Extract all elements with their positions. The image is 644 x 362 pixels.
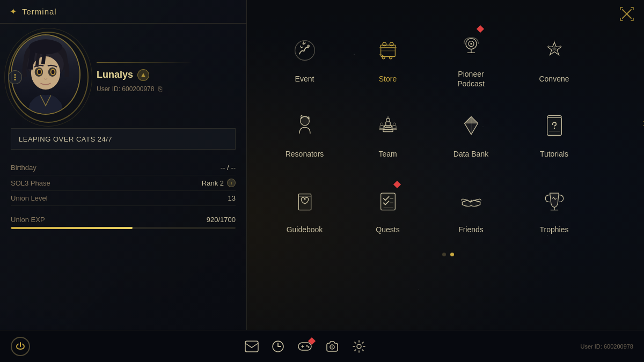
clock-button[interactable] [272, 340, 284, 353]
right-panel: Event Store [247, 0, 644, 330]
menu-item-pioneer-podcast[interactable]: PioneerPodcast [429, 21, 513, 97]
menu-item-data-bank[interactable]: Data Bank [429, 97, 513, 172]
pioneer-podcast-icon [455, 29, 487, 62]
power-button[interactable] [11, 337, 30, 356]
svg-rect-65 [298, 343, 311, 350]
exp-value: 920/1700 [207, 216, 236, 224]
user-info: Lunalys User ID: 600200978 ⎘ [97, 62, 236, 93]
menu-grid: Event Store [263, 21, 596, 247]
svg-marker-21 [141, 73, 145, 77]
guidebook-label: Guidebook [287, 225, 323, 234]
close-button[interactable] [619, 6, 634, 25]
team-label: Team [378, 149, 397, 159]
guidebook-icon [289, 185, 321, 217]
menu-item-store[interactable]: Store [346, 21, 429, 97]
union-level-value: 13 [228, 194, 236, 202]
svg-point-69 [308, 346, 309, 348]
quests-icon [372, 185, 404, 217]
birthday-label: Birthday [11, 164, 36, 172]
quests-notification [393, 181, 400, 188]
menu-item-convene[interactable]: Convene [513, 21, 596, 97]
svg-rect-52 [298, 194, 311, 210]
resonators-icon [289, 109, 321, 142]
avatar-container [11, 34, 86, 120]
menu-item-event[interactable]: Event [263, 21, 346, 97]
settings-button[interactable] [352, 339, 366, 353]
menu-item-friends[interactable]: Friends [429, 172, 513, 247]
guild-section: LEAPING OVER CATS 24/7 [11, 128, 236, 150]
page-dot-1[interactable] [442, 253, 446, 256]
convene-label: Convene [539, 74, 569, 84]
svg-point-42 [393, 123, 396, 125]
pagination [263, 253, 633, 256]
svg-rect-24 [380, 48, 395, 57]
svg-point-32 [470, 43, 472, 45]
bottom-icons [245, 339, 366, 353]
svg-point-18 [14, 74, 16, 76]
user-id-label: User ID: 600200978 [97, 85, 154, 93]
mail-button[interactable] [245, 341, 259, 352]
data-bank-icon [455, 109, 487, 142]
svg-point-68 [306, 345, 308, 346]
level-badge [137, 69, 149, 81]
exp-bar-background [11, 227, 236, 229]
svg-point-23 [307, 45, 310, 47]
svg-point-38 [386, 119, 390, 122]
svg-point-19 [14, 77, 16, 78]
stats-section: Birthday -- / -- SOL3 Phase Rank 2 i Uni… [0, 155, 246, 211]
svg-point-54 [304, 198, 305, 200]
svg-point-20 [14, 79, 16, 80]
trophies-icon [538, 185, 570, 217]
resonators-label: Resonators [286, 149, 324, 159]
union-level-row: Union Level 13 [11, 191, 236, 206]
menu-item-guidebook[interactable]: Guidebook [263, 172, 346, 247]
page-dot-2[interactable] [450, 253, 454, 256]
exp-section: Union EXP 920/1700 [0, 211, 246, 237]
event-icon [289, 34, 321, 67]
menu-item-team[interactable]: Team [346, 97, 429, 172]
exp-bar-fill [11, 227, 133, 229]
svg-rect-46 [383, 130, 392, 132]
menu-item-quests[interactable]: Quests [346, 172, 429, 247]
menu-item-tutorials[interactable]: Tutorials [513, 97, 596, 172]
union-level-label: Union Level [11, 194, 48, 202]
sol3-row: SOL3 Phase Rank 2 i [11, 175, 236, 191]
convene-icon [538, 34, 570, 67]
svg-point-25 [383, 42, 386, 46]
event-label: Event [295, 74, 314, 84]
terminal-logo-icon: ✦ [10, 6, 17, 17]
store-icon [372, 34, 404, 67]
bottom-user-id: User ID: 600200978 [581, 343, 633, 350]
copy-id-button[interactable]: ⎘ [158, 85, 162, 93]
bottom-bar: User ID: 600200978 [0, 330, 644, 362]
tutorials-icon [538, 109, 570, 142]
menu-item-resonators[interactable]: Resonators [263, 97, 346, 172]
sol3-info-button[interactable]: i [227, 179, 236, 187]
svg-point-50 [553, 128, 555, 129]
avatar-section: Lunalys User ID: 600200978 ⎘ [0, 24, 246, 125]
svg-point-26 [390, 42, 393, 46]
sol3-value: Rank 2 i [202, 179, 236, 187]
terminal-title: Terminal [22, 7, 57, 16]
menu-item-trophies[interactable]: Trophies [513, 172, 596, 247]
svg-point-71 [331, 346, 333, 348]
birthday-row: Birthday -- / -- [11, 160, 236, 175]
svg-point-72 [357, 344, 361, 349]
tutorials-label: Tutorials [540, 149, 568, 159]
trophies-label: Trophies [540, 225, 569, 234]
friends-label: Friends [458, 225, 484, 234]
left-panel: ✦ Terminal [0, 0, 247, 330]
camera-button[interactable] [325, 341, 339, 352]
sol3-label: SOL3 Phase [11, 179, 50, 187]
avatar-options-button[interactable] [8, 70, 22, 84]
game-button[interactable] [297, 341, 312, 352]
guild-name: LEAPING OVER CATS 24/7 [19, 135, 112, 143]
exp-label: Union EXP [11, 216, 45, 224]
username: Lunalys [97, 69, 133, 80]
quests-label: Quests [376, 225, 399, 234]
svg-rect-63 [245, 341, 258, 352]
pioneer-podcast-notification [476, 25, 484, 33]
friends-icon [455, 185, 487, 217]
birthday-value: -- / -- [221, 164, 236, 172]
svg-point-45 [380, 123, 383, 125]
